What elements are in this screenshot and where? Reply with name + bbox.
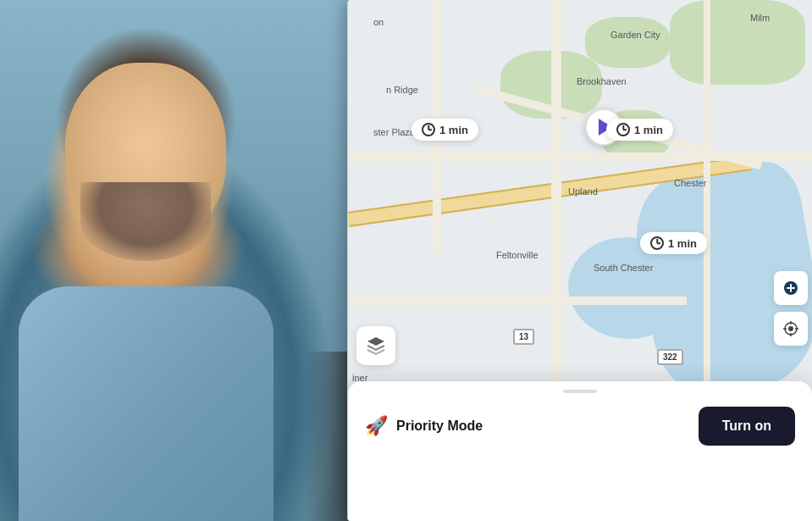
highway-shield-13: 13 (513, 329, 534, 345)
time-badge-3-text: 1 min (668, 237, 697, 250)
time-badge-3: 1 min (640, 232, 707, 254)
add-location-button[interactable] (774, 271, 808, 305)
map-label-chester: Chester (674, 178, 707, 188)
map-label-feltonville: Feltonville (496, 250, 539, 260)
rocket-icon: 🚀 (365, 415, 388, 437)
highway-shield-322: 322 (657, 349, 683, 365)
bottom-sheet: 🚀 Priority Mode Turn on (348, 381, 812, 521)
time-badge-2: 1 min (606, 119, 673, 141)
time-badge-1: 1 min (412, 119, 478, 141)
map-label-milm: Milm (750, 13, 770, 23)
map-label-on: on (373, 17, 384, 27)
time-badge-2-text: 1 min (634, 124, 663, 136)
clock-icon-2 (616, 123, 630, 136)
map-label-garden-city: Garden City (610, 30, 660, 40)
add-location-icon (782, 280, 799, 297)
svg-point-3 (788, 326, 793, 331)
priority-mode-label: Priority Mode (396, 418, 483, 434)
map-area: Garden City Brookhaven Upland Feltonvill… (348, 0, 812, 390)
locate-icon (782, 320, 799, 337)
clock-icon-3 (650, 236, 664, 250)
map-label-ester-plaza: ster Plaza (373, 127, 415, 137)
map-label-n-ridge: n Ridge (386, 85, 418, 95)
bottom-sheet-content: 🚀 Priority Mode Turn on (348, 393, 812, 459)
map-label-upland: Upland (568, 186, 598, 197)
layers-control-button[interactable] (356, 326, 395, 365)
map-label-south-chester: South Chester (594, 263, 653, 273)
phone-panel: Garden City Brookhaven Upland Feltonvill… (347, 0, 812, 521)
driver-photo (0, 0, 364, 521)
locate-button[interactable] (774, 312, 808, 346)
map-label-brookhaven: Brookhaven (577, 76, 627, 86)
priority-mode-section: 🚀 Priority Mode (365, 415, 483, 437)
clock-icon-1 (422, 123, 435, 136)
time-badge-1-text: 1 min (439, 124, 468, 136)
layers-icon (366, 335, 386, 356)
turn-on-button[interactable]: Turn on (699, 407, 795, 446)
